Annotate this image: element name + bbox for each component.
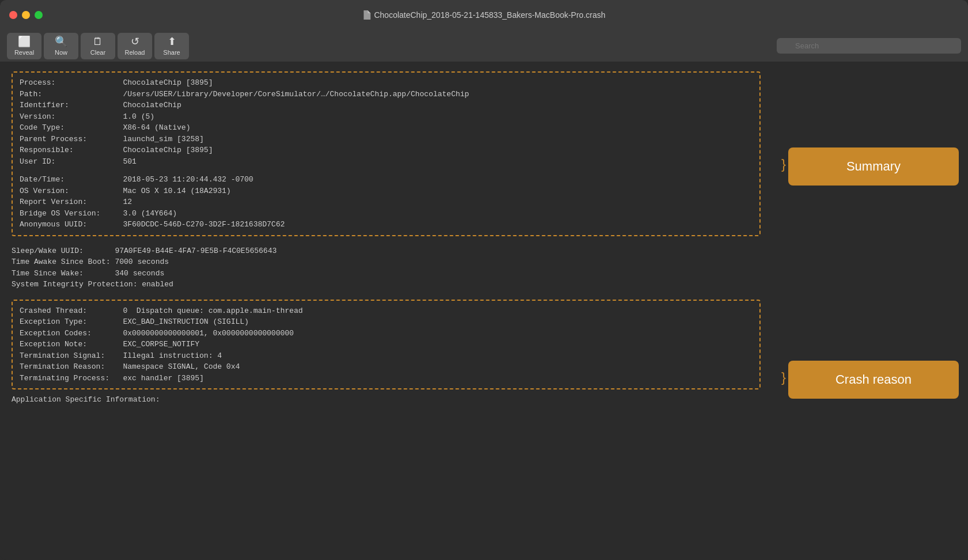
- crash-lines: Crashed Thread: 0 Dispatch queue: com.ap…: [20, 305, 753, 384]
- clear-button[interactable]: 🗒 Clear: [81, 33, 115, 59]
- log-line: Version: 1.0 (5): [20, 111, 753, 123]
- log-line: Code Type: X86-64 (Native): [20, 122, 753, 134]
- log-line: Termination Reason: Namespace SIGNAL, Co…: [20, 361, 753, 373]
- log-line: System Integrity Protection: enabled: [12, 279, 761, 290]
- log-line: Crashed Thread: 0 Dispatch queue: com.ap…: [20, 305, 753, 317]
- window-title: ChocolateChip_2018-05-21-145833_Bakers-M…: [362, 10, 606, 20]
- now-icon: 🔍: [55, 36, 67, 47]
- crash-reason-sidebar-item: } Crash reason: [781, 356, 959, 399]
- close-button[interactable]: [9, 11, 17, 19]
- sidebar: } Summary } Crash reason: [772, 62, 968, 560]
- log-line: Path: /Users/USER/Library/Developer/Core…: [20, 89, 753, 100]
- crash-log: Process: ChocolateChip [3895]Path: /User…: [0, 62, 772, 560]
- traffic-lights: [9, 11, 43, 19]
- main-content: Process: ChocolateChip [3895]Path: /User…: [0, 62, 968, 560]
- log-line: Time Since Wake: 340 seconds: [12, 268, 761, 279]
- log-line: Responsible: ChocolateChip [3895]: [20, 145, 753, 156]
- summary-region: Process: ChocolateChip [3895]Path: /User…: [12, 71, 761, 236]
- app-specific-section: Application Specific Information:: [12, 394, 761, 406]
- search-wrapper: 🔍: [777, 38, 961, 54]
- log-line: Terminating Process: exc handler [3895]: [20, 373, 753, 384]
- log-line: Process: ChocolateChip [3895]: [20, 77, 753, 89]
- search-input[interactable]: [777, 38, 961, 54]
- toolbar: ⬜ Reveal 🔍 Now 🗒 Clear ↺ Reload ⬆ Share …: [0, 30, 968, 62]
- clear-icon: 🗒: [93, 36, 103, 47]
- log-line: OS Version: Mac OS X 10.14 (18A2931): [20, 186, 753, 197]
- log-line: Report Version: 12: [20, 196, 753, 208]
- log-line: Sleep/Wake UUID: 97A0FE49-B44E-4FA7-9E5B…: [12, 245, 761, 257]
- crash-reason-button[interactable]: Crash reason: [788, 361, 959, 399]
- log-line: Date/Time: 2018-05-23 11:20:44.432 -0700: [20, 174, 753, 186]
- share-button[interactable]: ⬆ Share: [154, 33, 189, 59]
- sleep-section: Sleep/Wake UUID: 97A0FE49-B44E-4FA7-9E5B…: [12, 245, 761, 290]
- log-line: Parent Process: launchd_sim [3258]: [20, 134, 753, 145]
- log-line: Anonymous UUID: 3F60DCDC-546D-C270-3D2F-…: [20, 219, 753, 230]
- summary-button[interactable]: Summary: [788, 147, 959, 186]
- date-lines: Date/Time: 2018-05-23 11:20:44.432 -0700…: [20, 174, 753, 230]
- log-line: Termination Signal: Illegal instruction:…: [20, 350, 753, 362]
- share-icon: ⬆: [168, 36, 176, 47]
- summary-sidebar-item: } Summary: [781, 143, 959, 186]
- reveal-button[interactable]: ⬜ Reveal: [7, 33, 41, 59]
- crash-highlight-box: Crashed Thread: 0 Dispatch queue: com.ap…: [12, 300, 761, 390]
- now-button[interactable]: 🔍 Now: [44, 33, 78, 59]
- titlebar: ChocolateChip_2018-05-21-145833_Bakers-M…: [0, 0, 968, 30]
- summary-highlight-box: Process: ChocolateChip [3895]Path: /User…: [12, 71, 761, 236]
- log-line: User ID: 501: [20, 156, 753, 168]
- reload-icon: ↺: [131, 36, 139, 47]
- log-line: Bridge OS Version: 3.0 (14Y664): [20, 208, 753, 220]
- log-line: Exception Type: EXC_BAD_INSTRUCTION (SIG…: [20, 316, 753, 328]
- minimize-button[interactable]: [22, 11, 30, 19]
- log-line: Exception Codes: 0x0000000000000001, 0x0…: [20, 328, 753, 339]
- summary-bracket: }: [781, 156, 786, 172]
- crash-reason-bracket: }: [781, 369, 786, 385]
- document-icon: [362, 10, 370, 20]
- log-line: Time Awake Since Boot: 7000 seconds: [12, 256, 761, 268]
- log-line: Exception Note: EXC_CORPSE_NOTIFY: [20, 339, 753, 350]
- reveal-icon: ⬜: [18, 36, 31, 47]
- reload-button[interactable]: ↺ Reload: [118, 33, 152, 59]
- maximize-button[interactable]: [35, 11, 43, 19]
- summary-lines: Process: ChocolateChip [3895]Path: /User…: [20, 77, 753, 167]
- log-line: Identifier: ChocolateChip: [20, 100, 753, 111]
